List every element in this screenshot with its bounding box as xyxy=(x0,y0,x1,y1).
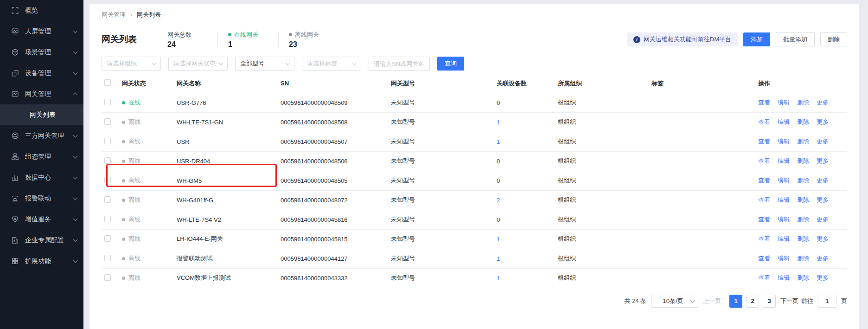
org-select[interactable]: 请选择组织 xyxy=(102,57,161,71)
view-action-link[interactable]: 查看 xyxy=(758,196,770,203)
more-action-link[interactable]: 更多 xyxy=(817,157,829,164)
row-checkbox[interactable] xyxy=(104,99,111,105)
delete-action-link[interactable]: 删除 xyxy=(797,235,809,242)
sidebar-item-gateway[interactable]: 网关管理 xyxy=(0,84,83,104)
sidebar-item-overview[interactable]: 概览 xyxy=(0,0,83,21)
goto-page-input[interactable] xyxy=(818,295,836,308)
tag-select[interactable]: 请选择标签 xyxy=(302,57,361,71)
page-button-3[interactable]: 3 xyxy=(763,295,776,308)
delete-button[interactable]: 删除 xyxy=(820,32,847,46)
next-page-button[interactable]: 下一页 xyxy=(780,297,798,305)
linked-device-count: 0 xyxy=(497,99,500,106)
view-action-link[interactable]: 查看 xyxy=(758,255,770,262)
edit-action-link[interactable]: 编辑 xyxy=(778,235,790,242)
more-action-link[interactable]: 更多 xyxy=(817,99,829,106)
third-party-gateway-icon xyxy=(11,132,19,140)
sidebar-subitem-gateway-list[interactable]: 网关列表 xyxy=(0,104,83,125)
delete-action-link[interactable]: 删除 xyxy=(797,177,809,184)
delete-action-link[interactable]: 删除 xyxy=(797,196,809,203)
add-button[interactable]: 添加 xyxy=(743,32,770,46)
delete-action-link[interactable]: 删除 xyxy=(797,157,809,164)
view-action-link[interactable]: 查看 xyxy=(758,157,770,164)
more-action-link[interactable]: 更多 xyxy=(817,255,829,262)
sidebar-item-alarm-linkage[interactable]: 报警联动 xyxy=(0,188,83,209)
view-action-link[interactable]: 查看 xyxy=(758,138,770,145)
linked-device-count[interactable]: 1 xyxy=(497,275,500,282)
more-action-link[interactable]: 更多 xyxy=(817,235,829,242)
more-action-link[interactable]: 更多 xyxy=(817,138,829,145)
page-button-1[interactable]: 1 xyxy=(729,295,742,308)
more-action-link[interactable]: 更多 xyxy=(817,274,829,281)
row-checkbox[interactable] xyxy=(104,118,111,125)
delete-action-link[interactable]: 删除 xyxy=(797,118,809,125)
more-action-link[interactable]: 更多 xyxy=(817,196,829,203)
row-checkbox[interactable] xyxy=(104,255,111,261)
sidebar-item-scene[interactable]: 场景管理 xyxy=(0,42,83,63)
edit-action-link[interactable]: 编辑 xyxy=(778,274,790,281)
breadcrumb-parent[interactable]: 网关管理 xyxy=(102,11,126,19)
search-input[interactable] xyxy=(369,57,430,71)
page-button-2[interactable]: 2 xyxy=(746,295,759,308)
page-size-select[interactable]: 10条/页 xyxy=(651,295,698,308)
gateway-name: WH-LTE-7S4 V2 xyxy=(174,210,278,229)
sidebar-item-extension[interactable]: 扩展功能 xyxy=(0,251,83,271)
page-title: 网关列表 xyxy=(102,33,166,45)
row-checkbox[interactable] xyxy=(104,235,111,242)
view-action-link[interactable]: 查看 xyxy=(758,99,770,106)
row-actions: 查看编辑删除更多 xyxy=(755,268,847,288)
row-checkbox[interactable] xyxy=(104,157,111,164)
delete-action-link[interactable]: 删除 xyxy=(797,99,809,106)
more-action-link[interactable]: 更多 xyxy=(817,177,829,184)
stat-online-label: 在线网关 xyxy=(228,31,268,39)
linked-device-count[interactable]: 1 xyxy=(497,255,500,262)
delete-action-link[interactable]: 删除 xyxy=(797,255,809,262)
linked-device-count[interactable]: 1 xyxy=(497,138,500,145)
col-header-actions: 操作 xyxy=(755,74,847,93)
more-action-link[interactable]: 更多 xyxy=(817,216,829,223)
sidebar-item-third-party-gateway[interactable]: 三方网关管理 xyxy=(0,125,83,146)
edit-action-link[interactable]: 编辑 xyxy=(778,216,790,223)
view-action-link[interactable]: 查看 xyxy=(758,177,770,184)
gateway-sn: 00059614000000048506 xyxy=(278,151,388,171)
sidebar-item-configuration[interactable]: 组态管理 xyxy=(0,146,83,167)
row-checkbox[interactable] xyxy=(104,216,111,222)
gateway-name: USR-DR404 xyxy=(174,151,278,171)
view-action-link[interactable]: 查看 xyxy=(758,118,770,125)
query-button[interactable]: 查询 xyxy=(437,57,464,71)
linked-device-count[interactable]: 2 xyxy=(497,197,500,204)
edit-action-link[interactable]: 编辑 xyxy=(778,138,790,145)
row-checkbox[interactable] xyxy=(104,138,111,144)
edit-action-link[interactable]: 编辑 xyxy=(778,99,790,106)
view-action-link[interactable]: 查看 xyxy=(758,216,770,223)
sidebar-item-big-screen[interactable]: 大屏管理 xyxy=(0,21,83,42)
sidebar-item-enterprise-config[interactable]: 企业专属配置 xyxy=(0,230,83,251)
sidebar-item-data-center[interactable]: 数据中心 xyxy=(0,167,83,188)
linked-device-count[interactable]: 1 xyxy=(497,236,500,243)
status-dot-icon xyxy=(122,160,125,163)
edit-action-link[interactable]: 编辑 xyxy=(778,177,790,184)
select-all-checkbox[interactable] xyxy=(104,79,111,86)
sidebar-item-value-added[interactable]: 增值服务 xyxy=(0,209,83,230)
row-checkbox[interactable] xyxy=(104,177,111,183)
edit-action-link[interactable]: 编辑 xyxy=(778,118,790,125)
gateway-status-select[interactable]: 请选择网关状态 xyxy=(168,57,228,71)
more-action-link[interactable]: 更多 xyxy=(817,118,829,125)
delete-action-link[interactable]: 删除 xyxy=(797,216,809,223)
linked-device-count[interactable]: 1 xyxy=(497,119,500,126)
delete-action-link[interactable]: 删除 xyxy=(797,274,809,281)
row-checkbox[interactable] xyxy=(104,274,111,281)
model-select[interactable]: 全部型号 xyxy=(235,57,294,71)
sidebar-item-label: 设备管理 xyxy=(25,69,74,77)
delete-action-link[interactable]: 删除 xyxy=(797,138,809,145)
prev-page-button[interactable]: 上一页 xyxy=(703,297,721,305)
edit-action-link[interactable]: 编辑 xyxy=(778,196,790,203)
view-action-link[interactable]: 查看 xyxy=(758,235,770,242)
row-checkbox[interactable] xyxy=(104,196,111,203)
sidebar-item-device[interactable]: 设备管理 xyxy=(0,63,83,84)
view-action-link[interactable]: 查看 xyxy=(758,274,770,281)
table-row: 离线WH-LTE-7S1-GN00059614000000048508未知型号1… xyxy=(102,112,847,132)
batch-add-button[interactable]: 批量添加 xyxy=(776,32,815,46)
edit-action-link[interactable]: 编辑 xyxy=(778,157,790,164)
edit-action-link[interactable]: 编辑 xyxy=(778,255,790,262)
sidebar-item-label: 网关管理 xyxy=(25,90,74,98)
